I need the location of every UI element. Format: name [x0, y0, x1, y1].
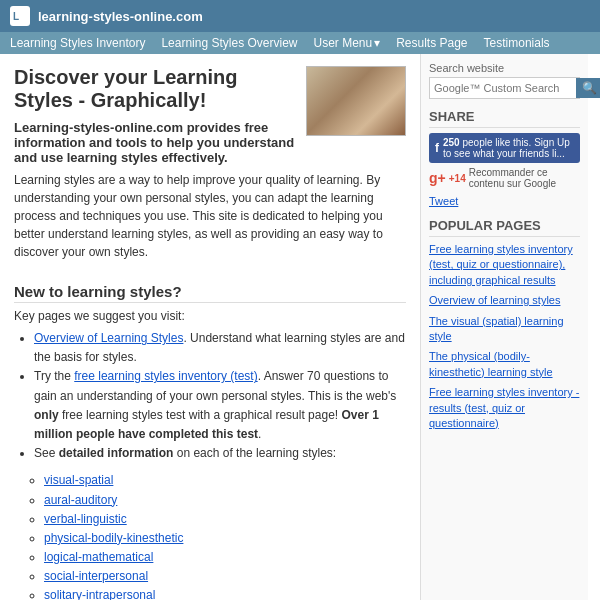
svg-text:L: L	[13, 11, 19, 22]
popular-link-0[interactable]: Free learning styles inventory (test, qu…	[429, 242, 580, 288]
list-item-detailed: See detailed information on each of the …	[34, 444, 406, 463]
link-solitary-intrapersonal[interactable]: solitary-intrapersonal	[44, 588, 155, 600]
facebook-icon: f	[435, 141, 439, 155]
fb-count: 250	[443, 137, 460, 148]
nav-item-overview[interactable]: Learning Styles Overview	[161, 36, 297, 50]
search-box: Search website 🔍	[429, 62, 580, 99]
chevron-down-icon: ▾	[374, 36, 380, 50]
key-pages-text: Key pages we suggest you visit:	[14, 309, 406, 323]
gplus-icon: g+	[429, 170, 446, 186]
link-visual-spatial[interactable]: visual-spatial	[44, 473, 113, 487]
gplus-count: +14	[449, 173, 466, 184]
overview-link[interactable]: Overview of Learning Styles	[34, 331, 183, 345]
site-logo-icon: L	[10, 6, 30, 26]
list-item-logical: logical-mathematical	[44, 548, 406, 567]
popular-title: POPULAR PAGES	[429, 218, 580, 237]
sidebar: Search website 🔍 SHARE f 250 people like…	[420, 54, 588, 600]
search-icon: 🔍	[582, 81, 597, 95]
link-logical-mathematical[interactable]: logical-mathematical	[44, 550, 153, 564]
list-item-free-test: Try the free learning styles inventory (…	[34, 367, 406, 444]
popular-link-2[interactable]: The visual (spatial) learning style	[429, 314, 580, 345]
search-button[interactable]: 🔍	[576, 78, 600, 98]
list-item-overview: Overview of Learning Styles. Understand …	[34, 329, 406, 367]
search-input[interactable]	[430, 79, 576, 97]
list-item-visual: visual-spatial	[44, 471, 406, 490]
main-content: Discover your Learning Styles - Graphica…	[0, 54, 420, 600]
link-aural-auditory[interactable]: aural-auditory	[44, 493, 117, 507]
nav-item-testimonials[interactable]: Testimonials	[484, 36, 550, 50]
link-verbal-linguistic[interactable]: verbal-linguistic	[44, 512, 127, 526]
hero-visual	[307, 67, 405, 135]
main-layout: Discover your Learning Styles - Graphica…	[0, 54, 600, 600]
search-input-wrap: 🔍	[429, 77, 580, 99]
site-title: learning-styles-online.com	[38, 9, 203, 24]
tweet-link[interactable]: Tweet	[429, 195, 458, 207]
popular-link-1[interactable]: Overview of learning styles	[429, 293, 580, 308]
facebook-like-box[interactable]: f 250 people like this. Sign Up to see w…	[429, 133, 580, 163]
search-label: Search website	[429, 62, 580, 74]
fb-text: people like this. Sign Up to see what yo…	[443, 137, 570, 159]
share-title: SHARE	[429, 109, 580, 128]
nav-item-inventory[interactable]: Learning Styles Inventory	[10, 36, 145, 50]
list-item-social: social-interpersonal	[44, 567, 406, 586]
share-section: SHARE f 250 people like this. Sign Up to…	[429, 109, 580, 208]
navigation-bar: Learning Styles Inventory Learning Style…	[0, 32, 600, 54]
gplus-text: Recommander ce contenu sur Google	[469, 167, 580, 189]
new-section-title: New to learning styles?	[14, 283, 406, 303]
free-test-link[interactable]: free learning styles inventory (test)	[74, 369, 257, 383]
popular-section: POPULAR PAGES Free learning styles inven…	[429, 218, 580, 431]
list-item-solitary: solitary-intrapersonal	[44, 586, 406, 600]
link-physical-bodily[interactable]: physical-bodily-kinesthetic	[44, 531, 183, 545]
site-header: L learning-styles-online.com	[0, 0, 600, 32]
list-item-physical: physical-bodily-kinesthetic	[44, 529, 406, 548]
key-pages-list: Overview of Learning Styles. Understand …	[34, 329, 406, 463]
intro-text: Learning styles are a way to help improv…	[14, 171, 406, 261]
list-item-verbal: verbal-linguistic	[44, 510, 406, 529]
gplus-box: g+ +14 Recommander ce contenu sur Google	[429, 167, 580, 189]
list-item-aural: aural-auditory	[44, 491, 406, 510]
nav-item-user-menu[interactable]: User Menu ▾	[313, 36, 380, 50]
popular-link-4[interactable]: Free learning styles inventory - results…	[429, 385, 580, 431]
popular-link-3[interactable]: The physical (bodily-kinesthetic) learni…	[429, 349, 580, 380]
hero-image	[306, 66, 406, 136]
style-links-list: visual-spatial aural-auditory verbal-lin…	[44, 471, 406, 600]
nav-item-results[interactable]: Results Page	[396, 36, 467, 50]
link-social-interpersonal[interactable]: social-interpersonal	[44, 569, 148, 583]
